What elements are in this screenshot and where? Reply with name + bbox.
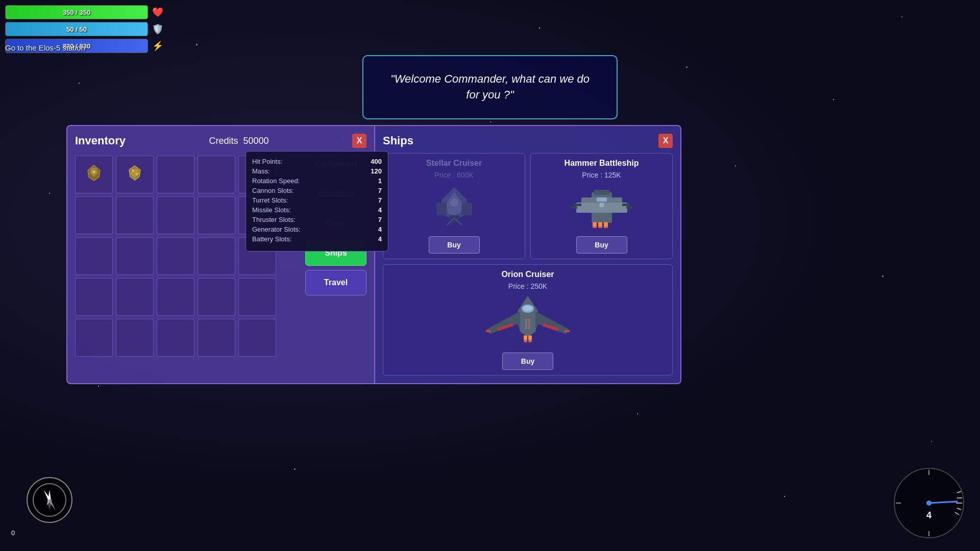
ship-card-hammer-battleship: Hammer Battleship Price : 125K bbox=[530, 153, 673, 259]
compass-container: 0 bbox=[11, 529, 15, 538]
ship-price-orion-cruiser: Price : 250K bbox=[508, 282, 547, 290]
ship-name-hammer-battleship: Hammer Battleship bbox=[565, 159, 639, 168]
inventory-header: Inventory Credits 50000 X bbox=[75, 134, 366, 148]
inventory-slot[interactable] bbox=[116, 319, 154, 357]
stat-battery-slots: Battery Slots: 4 bbox=[252, 235, 382, 243]
svg-text:4: 4 bbox=[926, 510, 932, 520]
svg-rect-21 bbox=[571, 207, 577, 209]
ships-close-button[interactable]: X bbox=[658, 134, 673, 148]
ships-top-row: Hit Points: 400 Mass: 120 Rotation Speed… bbox=[383, 153, 673, 259]
stat-mass: Mass: 120 bbox=[252, 167, 382, 175]
stat-thruster-slots: Thruster Slots: 7 bbox=[252, 216, 382, 223]
svg-rect-44 bbox=[565, 330, 570, 332]
svg-point-12 bbox=[450, 198, 458, 207]
compass bbox=[27, 477, 72, 523]
buy-button-stellar-cruiser[interactable]: Buy bbox=[429, 236, 480, 254]
health-icon: ❤️ bbox=[152, 7, 163, 18]
item-icon bbox=[84, 163, 104, 187]
svg-point-37 bbox=[523, 306, 532, 311]
ships-panel: Ships X Hit Points: 400 Mass: 120 bbox=[375, 125, 681, 384]
buy-button-hammer-battleship[interactable]: Buy bbox=[576, 236, 627, 254]
inventory-slot[interactable] bbox=[157, 237, 194, 275]
svg-rect-30 bbox=[597, 197, 607, 202]
inventory-slot[interactable] bbox=[157, 156, 194, 193]
stat-turret-slots: Turret Slots: 7 bbox=[252, 196, 382, 204]
inventory-slot[interactable] bbox=[75, 319, 113, 357]
svg-point-29 bbox=[599, 203, 604, 208]
inventory-slot[interactable] bbox=[198, 237, 235, 275]
inventory-slot[interactable] bbox=[198, 278, 235, 316]
health-bar-fill: 350 / 350 bbox=[6, 6, 148, 19]
credits-value: 50000 bbox=[243, 136, 268, 146]
ships-panel-header: Ships X bbox=[383, 134, 673, 148]
ship-card-stellar-cruiser: Hit Points: 400 Mass: 120 Rotation Speed… bbox=[383, 153, 525, 259]
quest-text: Go to the Elos-5 station bbox=[5, 43, 85, 52]
ship-name-stellar-cruiser: Stellar Cruiser bbox=[426, 159, 482, 168]
item-icon bbox=[125, 163, 145, 187]
inventory-slot[interactable] bbox=[75, 237, 113, 275]
svg-rect-10 bbox=[462, 203, 472, 215]
svg-rect-42 bbox=[528, 336, 532, 340]
credits-label: Credits bbox=[209, 136, 238, 146]
health-bar-container: 350 / 350 bbox=[5, 5, 148, 19]
inventory-slot[interactable] bbox=[238, 278, 276, 316]
inventory-slot[interactable] bbox=[75, 278, 113, 316]
ship-price-hammer-battleship: Price : 125K bbox=[582, 171, 621, 179]
shield-bar-row: 50 / 50 🛡️ bbox=[5, 22, 163, 36]
travel-button[interactable]: Travel bbox=[305, 270, 366, 295]
speedometer-container: 4 bbox=[891, 465, 967, 543]
inventory-slot[interactable] bbox=[198, 156, 235, 193]
svg-rect-19 bbox=[574, 204, 581, 206]
ship-image-orion-cruiser bbox=[472, 293, 584, 349]
credits-row: Credits 50000 bbox=[209, 136, 268, 146]
ship-price-stellar-cruiser: Price : 600K bbox=[434, 171, 473, 179]
svg-rect-20 bbox=[622, 204, 630, 206]
stat-generator-slots: Generator Slots: 4 bbox=[252, 226, 382, 233]
svg-rect-28 bbox=[604, 222, 608, 227]
buy-button-orion-cruiser[interactable]: Buy bbox=[502, 353, 553, 370]
inventory-slot[interactable] bbox=[157, 278, 194, 316]
inventory-slot[interactable] bbox=[116, 196, 154, 234]
ships-bottom-row: Orion Cruiser Price : 250K bbox=[383, 264, 673, 375]
inventory-slot[interactable] bbox=[75, 156, 113, 193]
stat-rotation-speed: Rotation Speed: 1 bbox=[252, 177, 382, 185]
inventory-close-button[interactable]: X bbox=[352, 134, 366, 148]
svg-point-6 bbox=[136, 172, 138, 175]
ships-panel-title: Ships bbox=[383, 134, 413, 147]
speedometer-svg: 4 bbox=[891, 465, 967, 541]
svg-point-5 bbox=[132, 170, 134, 172]
svg-rect-18 bbox=[594, 190, 609, 195]
svg-rect-43 bbox=[486, 330, 491, 332]
ship-image-stellar-cruiser bbox=[419, 182, 490, 233]
energy-icon: ⚡ bbox=[152, 40, 163, 52]
svg-rect-26 bbox=[593, 222, 597, 227]
stat-missile-slots: Missile Slots: 4 bbox=[252, 206, 382, 214]
inventory-slot[interactable] bbox=[198, 319, 235, 357]
shield-bar-label: 50 / 50 bbox=[66, 26, 87, 33]
inventory-slot[interactable] bbox=[198, 196, 235, 234]
compass-svg bbox=[32, 482, 67, 518]
panels-container: Inventory Credits 50000 X bbox=[66, 125, 681, 384]
svg-point-2 bbox=[92, 170, 95, 173]
health-bar-label: 350 / 350 bbox=[63, 9, 90, 16]
compass-number: 0 bbox=[11, 529, 15, 537]
inventory-slot[interactable] bbox=[116, 237, 154, 275]
stats-popup: Hit Points: 400 Mass: 120 Rotation Speed… bbox=[246, 151, 388, 252]
inventory-title: Inventory bbox=[75, 134, 126, 147]
svg-rect-41 bbox=[524, 336, 527, 340]
svg-point-62 bbox=[926, 500, 932, 506]
svg-marker-33 bbox=[535, 311, 569, 334]
inventory-slot[interactable] bbox=[75, 196, 113, 234]
inventory-slot[interactable] bbox=[116, 278, 154, 316]
shield-icon: 🛡️ bbox=[152, 23, 163, 35]
shield-bar-container: 50 / 50 bbox=[5, 22, 148, 36]
inventory-slot[interactable] bbox=[238, 319, 276, 357]
dialog-box: "Welcome Commander, what can we do for y… bbox=[362, 55, 618, 119]
health-bar-row: 350 / 350 ❤️ bbox=[5, 5, 163, 19]
dialog-text: "Welcome Commander, what can we do for y… bbox=[384, 71, 596, 103]
svg-rect-27 bbox=[598, 222, 602, 227]
svg-rect-9 bbox=[436, 203, 447, 215]
inventory-slot[interactable] bbox=[157, 319, 194, 357]
inventory-slot[interactable] bbox=[157, 196, 194, 234]
inventory-slot[interactable] bbox=[116, 156, 154, 193]
